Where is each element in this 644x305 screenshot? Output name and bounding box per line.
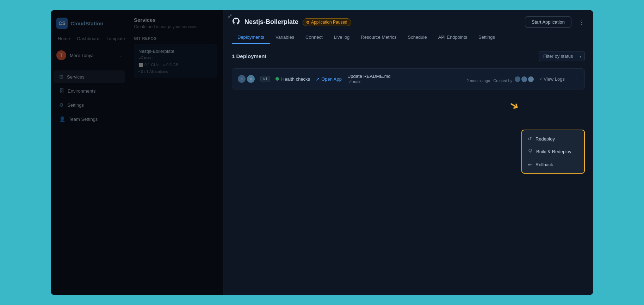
expand-icon[interactable]: ⤢ bbox=[228, 13, 232, 19]
deployment-options-icon[interactable]: ⋮ bbox=[573, 76, 579, 82]
chevron-down-icon: ∨ bbox=[539, 77, 542, 81]
dropdown-item-build-redeploy[interactable]: Build & Redeploy bbox=[522, 145, 584, 158]
start-application-button[interactable]: Start Application bbox=[525, 16, 571, 28]
deploy-avatar-2: ⊕ bbox=[247, 75, 255, 83]
view-logs-button[interactable]: ∨ View Logs bbox=[539, 76, 565, 82]
build-redeploy-label: Build & Redeploy bbox=[536, 149, 571, 154]
rollback-label: Rollback bbox=[535, 162, 553, 167]
open-app-button[interactable]: ↗ Open App bbox=[316, 76, 342, 82]
rollback-icon: ⇤ bbox=[528, 162, 532, 167]
main-content: ⤢ Nestjs-Boilerplate Application Paused … bbox=[223, 10, 593, 295]
status-label: Application Paused bbox=[311, 20, 347, 25]
deploy-branch: ⎇ main bbox=[347, 80, 461, 84]
tab-live-log[interactable]: Live log bbox=[328, 31, 355, 44]
tab-deployments[interactable]: Deployments bbox=[232, 31, 270, 44]
deploy-avatar-1: a bbox=[238, 75, 246, 83]
deploy-version: V1 bbox=[260, 76, 270, 82]
tab-schedule[interactable]: Schedule bbox=[402, 31, 432, 44]
deployment-row: a ⊕ V1 Health checks ↗ Open App Update R… bbox=[232, 68, 585, 89]
tab-connect[interactable]: Connect bbox=[300, 31, 328, 44]
health-check: Health checks bbox=[275, 76, 310, 82]
health-label: Health checks bbox=[281, 76, 310, 82]
middle-panel-overlay bbox=[128, 10, 223, 295]
deploy-header: 1 Deployment Filter by status ▾ bbox=[232, 51, 585, 61]
deploy-meta: 2 months ago · Created by bbox=[467, 76, 534, 83]
redeploy-label: Redeploy bbox=[535, 136, 555, 142]
dropdown-item-redeploy[interactable]: ↺ Redeploy bbox=[522, 132, 584, 145]
redeploy-icon: ↺ bbox=[528, 136, 532, 142]
tab-variables[interactable]: Variables bbox=[270, 31, 300, 44]
build-redeploy-icon bbox=[528, 149, 533, 155]
dropdown-menu: ↺ Redeploy Build & Redeploy ⇤ Rollback bbox=[521, 130, 585, 174]
filter-select[interactable]: Filter by status bbox=[539, 51, 585, 61]
external-link-icon: ↗ bbox=[316, 76, 320, 82]
dropdown-item-rollback[interactable]: ⇤ Rollback bbox=[522, 158, 584, 171]
github-icon bbox=[232, 17, 240, 27]
more-options-icon[interactable]: ⋮ bbox=[578, 18, 585, 26]
deployment-count: 1 Deployment bbox=[232, 53, 266, 59]
deploy-info: Update README.md ⎇ main bbox=[347, 74, 461, 84]
filter-wrapper: Filter by status ▾ bbox=[539, 51, 585, 61]
status-dot bbox=[306, 21, 309, 24]
tab-nav: Deployments Variables Connect Live log R… bbox=[223, 31, 593, 44]
app-header: Nestjs-Boilerplate Application Paused St… bbox=[223, 10, 593, 28]
status-badge: Application Paused bbox=[303, 18, 351, 26]
health-dot-icon bbox=[275, 77, 279, 81]
tab-api-endpoints[interactable]: API Endpoints bbox=[433, 31, 473, 44]
app-title: Nestjs-Boilerplate bbox=[244, 18, 298, 26]
commit-message: Update README.md bbox=[347, 74, 461, 79]
tab-resource-metrics[interactable]: Resource Metrics bbox=[355, 31, 402, 44]
tab-settings[interactable]: Settings bbox=[473, 31, 501, 44]
sidebar-overlay bbox=[51, 10, 128, 295]
deploy-avatars: a ⊕ bbox=[238, 75, 255, 83]
